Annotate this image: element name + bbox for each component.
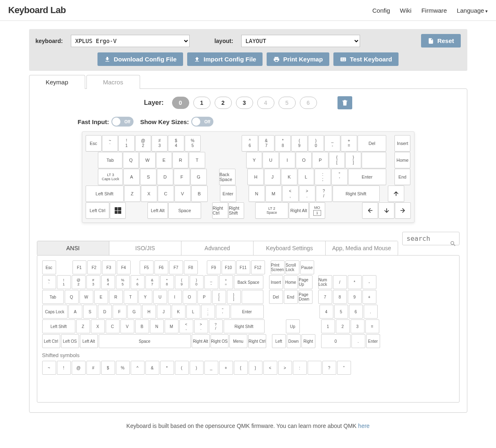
- palette-key[interactable]: Page Down: [299, 290, 313, 304]
- palette-key[interactable]: D: [98, 305, 112, 319]
- palette-key[interactable]: Right Shift: [224, 319, 265, 333]
- palette-key[interactable]: $4: [101, 275, 115, 289]
- km-key[interactable]: J: [264, 169, 281, 185]
- km-key[interactable]: N: [249, 186, 265, 202]
- show-sizes-toggle[interactable]: Off: [191, 117, 213, 127]
- palette-key[interactable]: Space: [99, 334, 191, 348]
- palette-key[interactable]: *: [348, 275, 362, 289]
- km-key[interactable]: LT 3Caps Lock: [98, 169, 123, 185]
- palette-key[interactable]: _: [204, 361, 218, 375]
- palette-key[interactable]: :: [293, 361, 307, 375]
- palette-key[interactable]: >: [278, 361, 292, 375]
- palette-key[interactable]: ~`: [42, 275, 56, 289]
- km-key[interactable]: Right Shift: [333, 186, 380, 202]
- palette-key[interactable]: -: [362, 275, 376, 289]
- palette-key[interactable]: {[: [212, 290, 226, 304]
- km-key[interactable]: [110, 202, 126, 219]
- palette-key[interactable]: Print Screen: [271, 260, 285, 274]
- layout-select[interactable]: LAYOUT: [241, 35, 360, 47]
- palette-key[interactable]: Insert: [269, 275, 283, 289]
- km-key[interactable]: B: [191, 186, 208, 202]
- km-key[interactable]: R: [172, 152, 188, 168]
- km-key[interactable]: S: [140, 169, 156, 185]
- palette-key[interactable]: Page Up: [299, 275, 313, 289]
- palette-key[interactable]: N: [150, 319, 164, 333]
- km-key[interactable]: !1: [118, 135, 134, 152]
- palette-key[interactable]: =: [365, 319, 379, 333]
- palette-key[interactable]: R: [109, 290, 123, 304]
- palette-key[interactable]: +: [219, 361, 233, 375]
- palette-key[interactable]: A: [68, 305, 82, 319]
- palette-key[interactable]: M: [165, 319, 179, 333]
- km-key[interactable]: I: [279, 152, 295, 168]
- km-key[interactable]: L: [298, 169, 314, 185]
- palette-key[interactable]: Del: [269, 290, 283, 304]
- palette-key[interactable]: T: [124, 290, 138, 304]
- km-key[interactable]: W: [139, 152, 155, 168]
- nav-firmware[interactable]: Firmware: [421, 7, 447, 14]
- palette-key[interactable]: %5: [116, 275, 130, 289]
- palette-key[interactable]: }: [249, 361, 263, 375]
- palette-key[interactable]: (: [175, 361, 189, 375]
- palette-key[interactable]: 9: [348, 290, 362, 304]
- layer-4[interactable]: 4: [257, 97, 274, 109]
- palette-key[interactable]: Enter: [366, 334, 380, 348]
- km-key[interactable]: ?/: [316, 186, 332, 202]
- km-key[interactable]: @2: [135, 135, 151, 152]
- layer-1[interactable]: 1: [193, 97, 211, 109]
- km-arrow-right[interactable]: [395, 202, 411, 219]
- palette-key[interactable]: [242, 290, 263, 304]
- km-key[interactable]: C: [158, 186, 174, 202]
- keyboard-select[interactable]: XPLUS Ergo-V: [71, 35, 190, 47]
- palette-key[interactable]: &7: [145, 275, 159, 289]
- palette-key[interactable]: Enter: [231, 305, 264, 319]
- palette-key[interactable]: S: [83, 305, 97, 319]
- palette-key[interactable]: Q: [65, 290, 79, 304]
- km-key[interactable]: O: [296, 152, 312, 168]
- palette-key[interactable]: !1: [57, 275, 71, 289]
- layer-6[interactable]: 6: [300, 97, 317, 109]
- km-key[interactable]: V: [174, 186, 191, 202]
- km-key[interactable]: Tab: [98, 152, 122, 168]
- layer-3[interactable]: 3: [236, 97, 253, 109]
- palette-key[interactable]: F10: [222, 260, 236, 274]
- km-key[interactable]: X: [141, 186, 157, 202]
- km-key[interactable]: G: [190, 169, 207, 185]
- palette-key[interactable]: X: [91, 319, 105, 333]
- palette-key[interactable]: +=: [219, 275, 233, 289]
- palette-key[interactable]: Right OS: [211, 334, 229, 348]
- palette-key[interactable]: P: [197, 290, 211, 304]
- km-key[interactable]: M: [265, 186, 282, 202]
- subtab-keyboard-settings[interactable]: Keyboard Settings: [254, 241, 326, 255]
- palette-key[interactable]: F12: [251, 260, 265, 274]
- subtab-advanced[interactable]: Advanced: [181, 241, 254, 255]
- palette-key[interactable]: 4: [319, 305, 333, 319]
- km-key[interactable]: "': [331, 169, 348, 185]
- palette-key[interactable]: :;: [201, 305, 215, 319]
- km-key[interactable]: +=: [341, 135, 357, 152]
- layer-0[interactable]: 0: [172, 97, 189, 109]
- km-key[interactable]: Z: [124, 186, 140, 202]
- km-key[interactable]: P: [312, 152, 328, 168]
- km-key[interactable]: End: [394, 169, 411, 185]
- palette-key[interactable]: (9: [175, 275, 189, 289]
- km-key[interactable]: Right Shift: [229, 202, 245, 219]
- palette-key[interactable]: 5: [334, 305, 348, 319]
- palette-key[interactable]: <: [263, 361, 277, 375]
- palette-key[interactable]: Back Space: [234, 275, 263, 289]
- palette-key[interactable]: C: [106, 319, 120, 333]
- nav-wiki[interactable]: Wiki: [400, 7, 411, 14]
- km-arrow-down[interactable]: [378, 202, 394, 219]
- palette-key[interactable]: End: [284, 290, 298, 304]
- palette-key[interactable]: F11: [236, 260, 250, 274]
- km-key[interactable]: H: [247, 169, 264, 185]
- palette-key[interactable]: Menu: [229, 334, 247, 348]
- km-key[interactable]: )0: [308, 135, 324, 152]
- palette-key[interactable]: F2: [87, 260, 101, 274]
- km-key[interactable]: Home: [394, 152, 410, 168]
- palette-key[interactable]: "': [216, 305, 230, 319]
- km-key[interactable]: T: [189, 152, 205, 168]
- footer-qmk-link[interactable]: here: [358, 423, 369, 429]
- km-key[interactable]: (9: [291, 135, 307, 152]
- km-key[interactable]: Back Space: [219, 169, 236, 185]
